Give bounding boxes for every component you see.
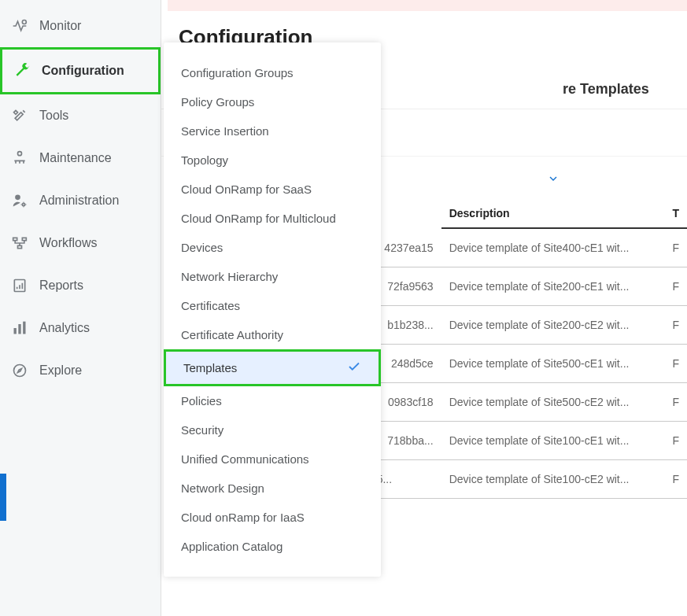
maintenance-icon — [11, 149, 28, 167]
cell-description: Device template of Site400-cE1 wit... — [441, 228, 665, 267]
dropdown-item-label: Certificate Authority — [181, 328, 283, 341]
dropdown-item-configuration-groups[interactable]: Configuration Groups — [164, 58, 381, 87]
sidebar-item-configuration[interactable]: Configuration — [0, 47, 161, 94]
accent-strip — [0, 474, 6, 521]
dropdown-item-label: Cloud OnRamp for Multicloud — [181, 212, 336, 225]
dropdown-item-unified-communications[interactable]: Unified Communications — [164, 444, 381, 474]
chevron-down-icon — [547, 172, 560, 185]
cell-t: F — [664, 383, 687, 422]
compass-icon — [11, 362, 28, 379]
dropdown-item-cloud-onramp-for-iaas[interactable]: Cloud onRamp for IaaS — [164, 503, 381, 532]
cell-description: Device template of Site500-cE1 wit... — [441, 345, 665, 383]
svg-point-2 — [15, 195, 20, 201]
cell-t: F — [664, 345, 687, 383]
col-t[interactable]: T — [664, 196, 687, 228]
dropdown-item-certificate-authority[interactable]: Certificate Authority — [164, 320, 381, 349]
sidebar-item-explore[interactable]: Explore — [0, 349, 161, 392]
sidebar-item-label: Maintenance — [39, 151, 112, 165]
dropdown-item-application-catalog[interactable]: Application Catalog — [164, 532, 381, 561]
tools-icon — [11, 107, 28, 124]
sidebar-item-tools[interactable]: Tools — [0, 94, 161, 137]
svg-point-1 — [18, 152, 22, 156]
alert-band — [168, 0, 687, 11]
sidebar-item-monitor[interactable]: Monitor — [0, 5, 161, 47]
wrench-icon — [13, 62, 31, 79]
dropdown-item-label: Topology — [181, 153, 228, 167]
dropdown-item-label: Unified Communications — [181, 452, 309, 466]
dropdown-item-service-insertion[interactable]: Service Insertion — [164, 116, 381, 146]
dropdown-item-label: Certificates — [181, 299, 240, 312]
dropdown-item-security[interactable]: Security — [164, 415, 381, 444]
dropdown-item-network-design[interactable]: Network Design — [164, 474, 381, 503]
sidebar-item-label: Explore — [39, 363, 82, 378]
dropdown-item-devices[interactable]: Devices — [164, 233, 381, 262]
cell-t: F — [664, 306, 687, 345]
dropdown-item-label: Cloud OnRamp for SaaS — [181, 183, 312, 196]
cell-description: Device template of Site200-cE2 wit... — [441, 306, 665, 345]
sidebar-item-label: Workflows — [39, 236, 98, 250]
cell-description: Device template of Site200-cE1 wit... — [441, 267, 665, 306]
svg-rect-8 — [14, 328, 17, 334]
dropdown-item-cloud-onramp-for-saas[interactable]: Cloud OnRamp for SaaS — [164, 175, 381, 204]
dropdown-item-label: Network Design — [181, 481, 264, 495]
analytics-icon — [11, 319, 28, 337]
svg-rect-5 — [22, 238, 26, 240]
sidebar: Monitor Configuration Tools Maintenance — [0, 0, 161, 616]
dropdown-item-label: Devices — [181, 241, 223, 254]
dropdown-item-label: Application Catalog — [181, 540, 283, 553]
svg-rect-6 — [18, 245, 22, 248]
cell-description: Device template of Site100-cE1 wit... — [441, 422, 665, 460]
dropdown-item-label: Security — [181, 423, 223, 437]
dropdown-item-label: Policy Groups — [181, 95, 254, 109]
dropdown-item-network-hierarchy[interactable]: Network Hierarchy — [164, 262, 381, 291]
cell-t: F — [664, 267, 687, 306]
cell-t: F — [664, 460, 687, 499]
svg-point-11 — [14, 365, 26, 377]
dropdown-item-cloud-onramp-for-multicloud[interactable]: Cloud OnRamp for Multicloud — [164, 204, 381, 233]
dropdown-item-label: Templates — [183, 361, 237, 374]
sidebar-item-label: Administration — [39, 194, 119, 208]
dropdown-item-label: Service Insertion — [181, 124, 269, 138]
sidebar-item-workflows[interactable]: Workflows — [0, 222, 161, 264]
sidebar-item-label: Tools — [39, 109, 68, 123]
sidebar-item-administration[interactable]: Administration — [0, 179, 161, 222]
cell-t: F — [664, 422, 687, 460]
dropdown-item-topology[interactable]: Topology — [164, 146, 381, 175]
workflows-icon — [11, 234, 28, 252]
cell-description: Device template of Site100-cE2 wit... — [441, 460, 665, 499]
cell-t: F — [664, 228, 687, 267]
sidebar-item-label: Configuration — [42, 64, 124, 78]
configuration-dropdown: Configuration GroupsPolicy GroupsService… — [164, 42, 381, 577]
svg-rect-4 — [13, 238, 17, 240]
dropdown-item-label: Policies — [181, 394, 222, 408]
sidebar-item-analytics[interactable]: Analytics — [0, 307, 161, 349]
monitor-icon — [11, 17, 28, 35]
check-icon — [347, 360, 361, 376]
sidebar-item-label: Monitor — [39, 19, 81, 33]
svg-marker-12 — [18, 369, 22, 373]
sidebar-item-label: Reports — [39, 278, 83, 293]
dropdown-item-certificates[interactable]: Certificates — [164, 291, 381, 320]
svg-rect-9 — [18, 324, 20, 334]
svg-point-0 — [22, 20, 26, 24]
svg-point-3 — [22, 203, 24, 205]
dropdown-item-label: Cloud onRamp for IaaS — [181, 511, 305, 524]
sidebar-item-label: Analytics — [39, 321, 90, 335]
sidebar-item-reports[interactable]: Reports — [0, 264, 161, 307]
user-gear-icon — [11, 192, 28, 209]
dropdown-item-policy-groups[interactable]: Policy Groups — [164, 87, 381, 116]
svg-rect-10 — [23, 322, 25, 334]
cell-description: Device template of Site500-cE2 wit... — [441, 383, 665, 422]
col-description[interactable]: Description — [441, 196, 665, 228]
dropdown-item-label: Network Hierarchy — [181, 270, 278, 283]
reports-icon — [11, 277, 28, 294]
dropdown-item-label: Configuration Groups — [181, 66, 294, 79]
dropdown-item-templates[interactable]: Templates — [164, 349, 381, 386]
sidebar-item-maintenance[interactable]: Maintenance — [0, 137, 161, 179]
dropdown-item-policies[interactable]: Policies — [164, 386, 381, 415]
